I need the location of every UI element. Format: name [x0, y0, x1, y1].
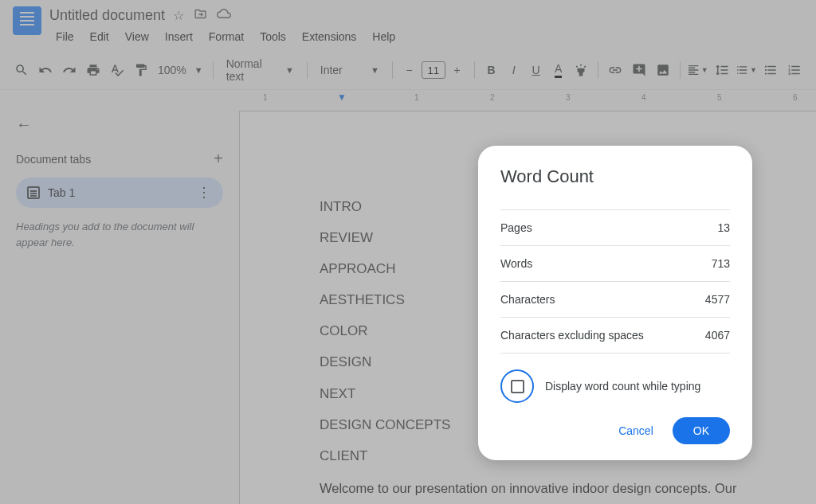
stat-label: Words	[500, 257, 532, 270]
stat-row: Words713	[500, 245, 730, 281]
stat-value: 4577	[705, 293, 730, 306]
stat-label: Characters	[500, 293, 555, 306]
stat-label: Characters excluding spaces	[500, 329, 644, 342]
stat-value: 4067	[705, 329, 730, 342]
stat-row: Characters4577	[500, 281, 730, 317]
ok-button[interactable]: OK	[673, 417, 730, 444]
cancel-button[interactable]: Cancel	[609, 418, 663, 443]
display-while-typing-checkbox[interactable]	[511, 380, 524, 393]
stat-value: 13	[717, 221, 730, 234]
stat-label: Pages	[500, 221, 532, 234]
stat-row: Pages13	[500, 209, 730, 245]
stat-value: 713	[712, 257, 730, 270]
checkbox-focus-ring	[500, 369, 534, 403]
dialog-title: Word Count	[500, 166, 730, 187]
checkbox-label: Display word count while typing	[545, 380, 700, 393]
word-count-dialog: Word Count Pages13Words713Characters4577…	[478, 146, 752, 460]
stat-row: Characters excluding spaces4067	[500, 317, 730, 354]
